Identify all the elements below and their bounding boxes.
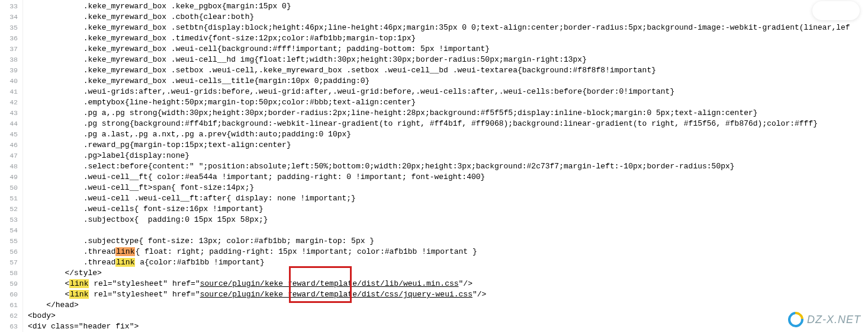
line-number: 34	[0, 12, 22, 23]
code-line[interactable]: <body>	[23, 311, 868, 321]
code-area[interactable]: .keke_myreward_box .keke_pgbox{margin:15…	[23, 0, 868, 332]
code-line[interactable]: .threadlink{ float: right; padding-right…	[23, 247, 868, 257]
code-line[interactable]: .subjecttype{ font-size: 13px; color:#af…	[23, 236, 868, 247]
code-line[interactable]: .select:before{content:" ";position:abso…	[23, 161, 868, 172]
line-number: 52	[0, 204, 22, 215]
line-number: 47	[0, 151, 22, 161]
line-number: 41	[0, 87, 22, 97]
line-number: 59	[0, 279, 22, 289]
code-line[interactable]: .pg a,.pg strong{width:30px;height:30px;…	[23, 108, 868, 119]
code-line[interactable]: .weui-grids:after,.weui-grids:before,.we…	[23, 87, 868, 97]
line-number: 58	[0, 268, 22, 279]
watermark: DZ-X.NET	[788, 312, 861, 327]
code-line[interactable]: <link rel="stylesheet" href="source/plug…	[23, 289, 868, 300]
watermark-text: DZ-X.NET	[807, 314, 861, 326]
line-number: 40	[0, 76, 22, 87]
code-line[interactable]: </style>	[23, 268, 868, 279]
line-number: 51	[0, 193, 22, 204]
line-number: 44	[0, 119, 22, 129]
code-line[interactable]: </head>	[23, 300, 868, 311]
scrollbar-pill[interactable]	[812, 1, 860, 20]
code-line[interactable]: .keke_myreward_box .weui-cell__hd img{fl…	[23, 55, 868, 65]
code-line[interactable]: .weui-cell__ft>span{ font-size:14px;}	[23, 183, 868, 193]
line-number: 46	[0, 140, 22, 151]
code-line[interactable]: .weui-cells{ font-size:16px !important}	[23, 204, 868, 215]
code-line[interactable]: <div class="header fix">	[23, 321, 868, 332]
code-line[interactable]: .keke_myreward_box .cboth{clear:both}	[23, 12, 868, 23]
search-match-highlight: link	[115, 258, 135, 267]
code-line[interactable]: .threadlink a{color:#afb1bb !important}	[23, 257, 868, 268]
code-line[interactable]: .weui-cell__ft{ color:#ea544a !important…	[23, 172, 868, 183]
search-match-highlight: link	[69, 279, 89, 288]
line-number: 39	[0, 65, 22, 76]
line-number: 63	[0, 321, 22, 332]
code-line[interactable]: .pg>label{display:none}	[23, 151, 868, 161]
search-match-highlight: link	[115, 247, 135, 256]
line-number: 45	[0, 129, 22, 140]
line-number: 37	[0, 44, 22, 55]
code-line[interactable]: .reward_pg{margin-top:15px;text-align:ce…	[23, 140, 868, 151]
line-number: 61	[0, 300, 22, 311]
code-line[interactable]: .emptybox{line-height:50px;margin-top:50…	[23, 97, 868, 108]
line-number: 48	[0, 161, 22, 172]
line-number: 36	[0, 33, 22, 44]
watermark-logo-icon	[785, 309, 807, 331]
line-number: 56	[0, 247, 22, 257]
code-line[interactable]: .pg strong{background:#ff4b1f;background…	[23, 119, 868, 129]
line-number: 33	[0, 1, 22, 12]
href-url: source/plugin/keke_reward/template/dist/…	[200, 279, 459, 288]
line-number: 42	[0, 97, 22, 108]
line-number: 62	[0, 311, 22, 321]
code-line[interactable]	[23, 225, 868, 236]
line-number: 35	[0, 23, 22, 33]
href-url: source/plugin/keke_reward/template/dist/…	[200, 290, 472, 299]
line-number: 50	[0, 183, 22, 193]
line-number: 49	[0, 172, 22, 183]
line-number: 55	[0, 236, 22, 247]
code-editor: 3334353637383940414243444546474849505152…	[0, 0, 868, 332]
code-line[interactable]: <link rel="stylesheet" href="source/plug…	[23, 279, 868, 289]
code-line[interactable]: .keke_myreward_box .setbox .weui-cell,.k…	[23, 65, 868, 76]
code-line[interactable]: .pg a.last,.pg a.nxt,.pg a.prev{width:au…	[23, 129, 868, 140]
line-number: 53	[0, 215, 22, 225]
code-line[interactable]: .keke_myreward_box .setbtn{display:block…	[23, 23, 868, 33]
line-number: 38	[0, 55, 22, 65]
line-number-gutter: 3334353637383940414243444546474849505152…	[0, 0, 23, 332]
code-line[interactable]: .keke_myreward_box .timediv{font-size:12…	[23, 33, 868, 44]
code-line[interactable]: .keke_myreward_box .weui-cell{background…	[23, 44, 868, 55]
line-number: 43	[0, 108, 22, 119]
code-line[interactable]: .weui-cell .weui-cell__ft:after{ display…	[23, 193, 868, 204]
line-number: 60	[0, 289, 22, 300]
line-number: 54	[0, 225, 22, 236]
line-number: 57	[0, 257, 22, 268]
search-match-highlight: link	[69, 290, 89, 299]
code-line[interactable]: .keke_myreward_box .weui-cells__title{ma…	[23, 76, 868, 87]
code-line[interactable]: .subjectbox{ padding:0 15px 15px 58px;}	[23, 215, 868, 225]
code-line[interactable]: .keke_myreward_box .keke_pgbox{margin:15…	[23, 1, 868, 12]
